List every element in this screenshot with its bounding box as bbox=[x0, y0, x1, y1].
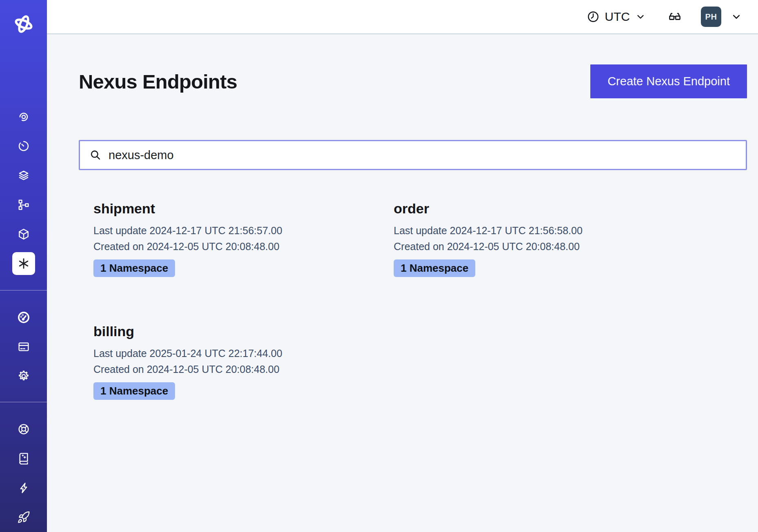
book-icon bbox=[17, 452, 30, 465]
sidebar-divider bbox=[0, 402, 47, 402]
endpoint-created-on: Created on 2024-12-05 UTC 20:08:48.00 bbox=[93, 239, 394, 255]
endpoint-last-update: Last update 2024-12-17 UTC 21:56:57.00 bbox=[93, 223, 394, 239]
timezone-picker[interactable]: UTC bbox=[587, 10, 646, 24]
sidebar-item-settings[interactable] bbox=[12, 365, 35, 388]
rocket-icon bbox=[17, 511, 30, 524]
sidebar-item-timer[interactable] bbox=[12, 135, 35, 157]
sidebar-group-primary bbox=[0, 105, 47, 275]
sidebar-divider bbox=[0, 290, 47, 290]
sidebar-item-flow[interactable] bbox=[12, 193, 35, 216]
create-nexus-endpoint-button[interactable]: Create Nexus Endpoint bbox=[590, 64, 747, 98]
endpoint-created-on: Created on 2024-12-05 UTC 20:08:48.00 bbox=[93, 361, 394, 377]
topbar: UTC PH bbox=[47, 0, 758, 34]
temporal-logo[interactable] bbox=[12, 12, 35, 36]
page-title: Nexus Endpoints bbox=[79, 70, 237, 93]
search-input[interactable] bbox=[109, 143, 746, 167]
lightning-icon bbox=[17, 481, 30, 494]
avatar[interactable]: PH bbox=[701, 7, 721, 27]
namespace-badge: 1 Namespace bbox=[93, 259, 175, 277]
main-content: Nexus Endpoints Create Nexus Endpoint sh… bbox=[47, 34, 758, 532]
gear-icon bbox=[17, 370, 30, 383]
sidebar-item-docs[interactable] bbox=[12, 447, 35, 470]
reader-mode-button[interactable] bbox=[667, 9, 682, 24]
endpoint-card-billing[interactable]: billing Last update 2025-01-24 UTC 22:17… bbox=[93, 323, 394, 400]
sidebar-group-help bbox=[0, 418, 47, 529]
sidebar-item-nexus[interactable] bbox=[12, 252, 35, 275]
billing-card-icon bbox=[17, 340, 30, 353]
asterisk-icon bbox=[17, 257, 31, 270]
gauge-icon bbox=[17, 310, 31, 324]
user-menu[interactable]: PH bbox=[701, 7, 742, 27]
layers-icon bbox=[17, 169, 30, 182]
sidebar bbox=[0, 0, 47, 532]
sidebar-item-getting-started[interactable] bbox=[12, 506, 35, 529]
glasses-icon bbox=[667, 9, 682, 24]
sidebar-group-account bbox=[0, 306, 47, 388]
sidebar-item-usage[interactable] bbox=[12, 306, 35, 329]
namespace-badge: 1 Namespace bbox=[93, 382, 175, 400]
endpoint-last-update: Last update 2024-12-17 UTC 21:56:58.00 bbox=[394, 223, 583, 239]
endpoint-card-order[interactable]: order Last update 2024-12-17 UTC 21:56:5… bbox=[394, 200, 583, 277]
life-ring-icon bbox=[17, 423, 30, 436]
timer-icon bbox=[17, 140, 30, 153]
spiral-icon bbox=[17, 110, 30, 123]
sidebar-item-spiral[interactable] bbox=[12, 105, 35, 128]
endpoint-name: shipment bbox=[93, 200, 394, 217]
chevron-down-icon bbox=[635, 11, 646, 22]
endpoint-card-shipment[interactable]: shipment Last update 2024-12-17 UTC 21:5… bbox=[93, 200, 394, 277]
endpoint-name: order bbox=[394, 200, 583, 217]
endpoints-grid: shipment Last update 2024-12-17 UTC 21:5… bbox=[93, 200, 747, 400]
cube-icon bbox=[17, 228, 30, 241]
endpoint-last-update: Last update 2025-01-24 UTC 22:17:44.00 bbox=[93, 346, 394, 361]
search-box[interactable] bbox=[79, 140, 747, 170]
flow-icon bbox=[17, 198, 30, 211]
endpoint-name: billing bbox=[93, 323, 394, 340]
endpoint-created-on: Created on 2024-12-05 UTC 20:08:48.00 bbox=[394, 239, 583, 255]
sidebar-item-cube[interactable] bbox=[12, 223, 35, 246]
sidebar-item-support[interactable] bbox=[12, 418, 35, 441]
namespace-badge: 1 Namespace bbox=[394, 259, 475, 277]
timezone-label: UTC bbox=[605, 10, 630, 24]
search-icon bbox=[89, 149, 102, 162]
chevron-down-icon bbox=[730, 11, 742, 23]
sidebar-item-layers[interactable] bbox=[12, 164, 35, 187]
clock-icon bbox=[587, 10, 600, 23]
sidebar-item-quickstart[interactable] bbox=[12, 477, 35, 499]
sidebar-item-billing[interactable] bbox=[12, 335, 35, 358]
page-header: Nexus Endpoints Create Nexus Endpoint bbox=[79, 64, 747, 98]
